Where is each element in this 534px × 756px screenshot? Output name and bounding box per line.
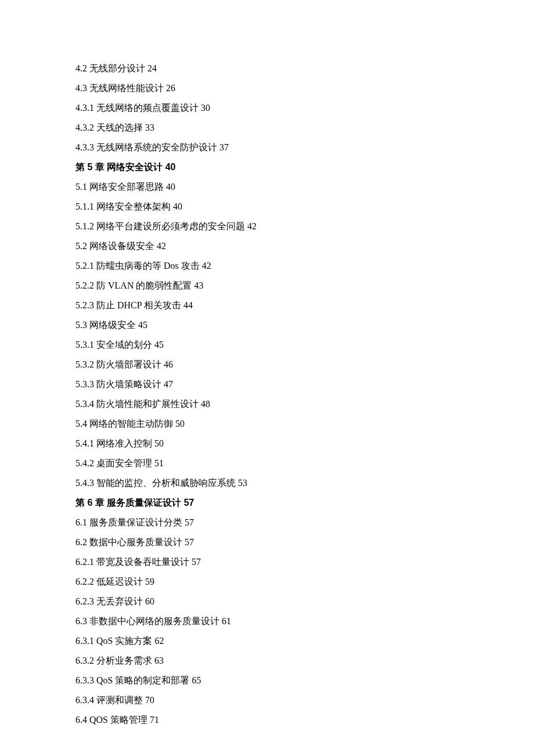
toc-entry: 4.2 无线部分设计 24 [75, 64, 447, 73]
toc-entry: 5.4.3 智能的监控、分析和威胁响应系统 53 [75, 478, 447, 488]
toc-entry: 6.2.1 带宽及设备吞吐量设计 57 [75, 557, 447, 567]
toc-entry: 6.2 数据中心服务质量设计 57 [75, 538, 447, 547]
toc-entry: 5.2.2 防 VLAN 的脆弱性配置 43 [75, 281, 447, 290]
toc-entry: 6.3.1 QoS 实施方案 62 [75, 636, 447, 646]
toc-entry: 6.3 非数据中心网络的服务质量设计 61 [75, 617, 447, 626]
toc-entry: 6.4 QOS 策略管理 71 [75, 715, 447, 725]
toc-entry: 6.3.3 QoS 策略的制定和部署 65 [75, 676, 447, 685]
toc-entry: 5.2 网络设备级安全 42 [75, 242, 447, 251]
toc-chapter-heading: 第 6 章 服务质量保证设计 57 [75, 498, 447, 507]
toc-chapter-heading: 第 5 章 网络安全设计 40 [75, 163, 447, 172]
toc-entry: 5.3.2 防火墙部署设计 46 [75, 360, 447, 369]
toc-entry: 4.3 无线网络性能设计 26 [75, 84, 447, 93]
toc-entry: 5.4 网络的智能主动防御 50 [75, 419, 447, 429]
toc-entry: 4.3.2 天线的选择 33 [75, 123, 447, 132]
toc-entry: 6.2.2 低延迟设计 59 [75, 577, 447, 586]
toc-entry: 6.2.3 无丢弃设计 60 [75, 597, 447, 606]
toc-entry: 5.1.2 网络平台建设所必须考虑的安全问题 42 [75, 222, 447, 231]
toc-entry: 5.3.4 防火墙性能和扩展性设计 48 [75, 399, 447, 409]
toc-page: 4.2 无线部分设计 244.3 无线网络性能设计 264.3.1 无线网络的频… [0, 0, 447, 756]
toc-entry: 5.2.1 防蠕虫病毒的等 Dos 攻击 42 [75, 261, 447, 271]
toc-entry: 6.1 服务质量保证设计分类 57 [75, 518, 447, 527]
toc-entry: 5.4.2 桌面安全管理 51 [75, 459, 447, 468]
toc-entry: 5.4.1 网络准入控制 50 [75, 439, 447, 448]
toc-entry: 6.3.4 评测和调整 70 [75, 696, 447, 705]
toc-entry: 5.2.3 防止 DHCP 相关攻击 44 [75, 301, 447, 310]
toc-entry: 5.1 网络安全部署思路 40 [75, 182, 447, 192]
toc-entry: 5.3.1 安全域的划分 45 [75, 340, 447, 350]
toc-entry: 5.3.3 防火墙策略设计 47 [75, 380, 447, 389]
toc-entry: 4.3.1 无线网络的频点覆盖设计 30 [75, 103, 447, 113]
toc-entry: 5.1.1 网络安全整体架构 40 [75, 202, 447, 211]
toc-entry: 6.3.2 分析业务需求 63 [75, 656, 447, 665]
toc-entry: 5.3 网络级安全 45 [75, 321, 447, 330]
toc-entry: 4.3.3 无线网络系统的安全防护设计 37 [75, 143, 447, 152]
